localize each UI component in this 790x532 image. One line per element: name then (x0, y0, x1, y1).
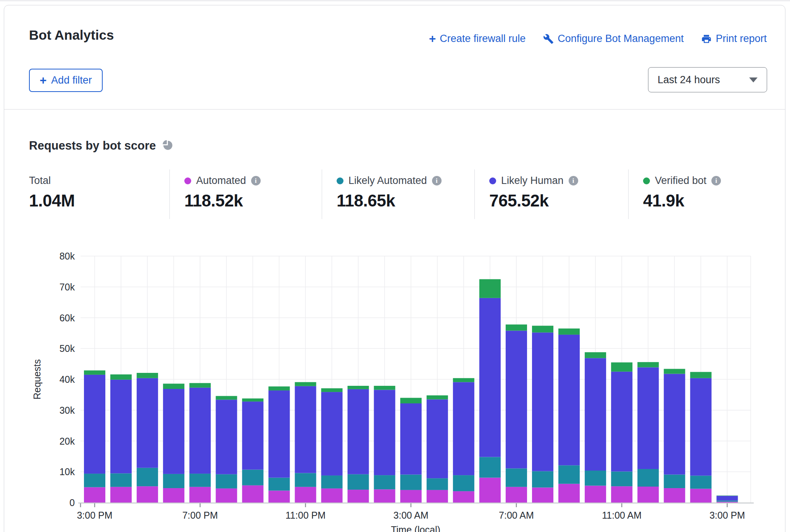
bar-segment-verified-bot[interactable] (453, 378, 474, 382)
bar-segment-likely-automated[interactable] (427, 478, 448, 490)
info-icon[interactable]: i (569, 176, 578, 185)
bar-segment-verified-bot[interactable] (637, 362, 659, 368)
bar-segment-likely-human[interactable] (321, 392, 343, 476)
bar-segment-verified-bot[interactable] (84, 371, 105, 375)
bar-segment-likely-human[interactable] (664, 374, 685, 474)
bar-segment-likely-human[interactable] (585, 358, 606, 471)
bar-segment-likely-human[interactable] (558, 335, 580, 465)
bar-segment-likely-automated[interactable] (242, 470, 263, 485)
bar-segment-automated[interactable] (690, 489, 711, 503)
bar-segment-automated[interactable] (479, 478, 501, 503)
bar-segment-likely-human[interactable] (189, 388, 211, 474)
bar-segment-likely-automated[interactable] (189, 474, 211, 487)
bar-segment-likely-automated[interactable] (400, 475, 422, 490)
bar-segment-likely-automated[interactable] (558, 465, 580, 484)
bar-segment-likely-automated[interactable] (348, 474, 369, 490)
bar-segment-automated[interactable] (242, 485, 263, 503)
bar-segment-verified-bot[interactable] (242, 398, 263, 401)
configure-bot-management-link[interactable]: Configure Bot Management (543, 33, 684, 45)
bar-segment-likely-human[interactable] (110, 380, 132, 473)
bar-segment-likely-automated[interactable] (321, 476, 343, 488)
bar-segment-likely-human[interactable] (400, 403, 422, 475)
bar-segment-automated[interactable] (664, 488, 685, 503)
bar-segment-automated[interactable] (400, 490, 422, 503)
bar-segment-likely-automated[interactable] (532, 471, 553, 488)
bar-segment-verified-bot[interactable] (321, 388, 343, 392)
bar-segment-likely-automated[interactable] (374, 475, 395, 489)
info-icon[interactable]: i (432, 176, 442, 185)
bar-segment-automated[interactable] (189, 487, 211, 503)
bar-segment-automated[interactable] (506, 487, 527, 503)
bar-segment-likely-human[interactable] (374, 390, 395, 475)
bar-segment-verified-bot[interactable] (348, 386, 369, 389)
bar-segment-verified-bot[interactable] (427, 395, 448, 399)
bar-segment-automated[interactable] (427, 490, 448, 503)
bar-segment-likely-human[interactable] (427, 399, 448, 478)
bar-segment-automated[interactable] (348, 490, 369, 503)
bar-segment-verified-bot[interactable] (479, 279, 501, 298)
bar-segment-automated[interactable] (532, 487, 553, 503)
bar-segment-likely-automated[interactable] (216, 474, 237, 488)
bar-segment-likely-automated[interactable] (611, 471, 632, 486)
bar-segment-verified-bot[interactable] (532, 326, 553, 332)
info-icon[interactable]: i (711, 176, 721, 185)
bar-segment-likely-human[interactable] (216, 400, 237, 474)
bar-segment-likely-human[interactable] (611, 372, 632, 472)
bar-segment-automated[interactable] (321, 488, 343, 503)
bar-segment-likely-automated[interactable] (716, 500, 738, 501)
time-range-select[interactable]: Last 24 hours (648, 67, 767, 92)
print-report-link[interactable]: Print report (701, 33, 767, 45)
bar-segment-verified-bot[interactable] (374, 386, 395, 390)
bar-segment-likely-human[interactable] (84, 375, 105, 474)
bar-segment-verified-bot[interactable] (400, 398, 422, 403)
bar-segment-verified-bot[interactable] (611, 363, 632, 372)
bar-segment-likely-automated[interactable] (295, 473, 316, 487)
bar-segment-likely-human[interactable] (453, 382, 474, 475)
bar-segment-verified-bot[interactable] (137, 373, 158, 378)
bar-segment-verified-bot[interactable] (268, 387, 290, 390)
bar-segment-likely-automated[interactable] (506, 468, 527, 487)
bar-segment-likely-human[interactable] (532, 332, 553, 471)
bar-segment-likely-human[interactable] (506, 330, 527, 468)
bar-segment-automated[interactable] (268, 491, 290, 503)
bar-segment-likely-human[interactable] (242, 401, 263, 469)
bar-segment-automated[interactable] (453, 491, 474, 503)
info-icon[interactable]: i (251, 176, 261, 185)
bar-segment-automated[interactable] (611, 486, 632, 503)
bar-segment-automated[interactable] (84, 487, 105, 503)
bar-segment-automated[interactable] (137, 486, 158, 503)
bar-segment-likely-automated[interactable] (110, 473, 132, 487)
bar-segment-verified-bot[interactable] (558, 329, 580, 335)
bar-segment-automated[interactable] (163, 488, 184, 503)
bar-segment-likely-human[interactable] (637, 368, 659, 469)
bar-segment-automated[interactable] (585, 486, 606, 503)
bar-segment-likely-human[interactable] (163, 389, 184, 474)
bar-segment-likely-human[interactable] (690, 378, 711, 476)
bar-segment-likely-automated[interactable] (453, 475, 474, 491)
bar-segment-likely-automated[interactable] (664, 475, 685, 488)
bar-segment-verified-bot[interactable] (216, 396, 237, 400)
bar-segment-verified-bot[interactable] (664, 369, 685, 374)
bar-segment-verified-bot[interactable] (189, 383, 211, 388)
bar-segment-verified-bot[interactable] (585, 352, 606, 358)
bar-segment-likely-human[interactable] (268, 390, 290, 478)
bar-segment-likely-human[interactable] (348, 389, 369, 474)
bar-segment-verified-bot[interactable] (716, 495, 738, 496)
bar-segment-likely-human[interactable] (295, 386, 316, 473)
bar-segment-automated[interactable] (110, 487, 132, 503)
bar-segment-likely-automated[interactable] (479, 457, 501, 477)
bar-segment-automated[interactable] (216, 488, 237, 503)
bar-segment-automated[interactable] (295, 487, 316, 503)
bar-segment-likely-human[interactable] (137, 378, 158, 468)
bar-segment-automated[interactable] (637, 487, 659, 503)
bar-segment-likely-human[interactable] (716, 496, 738, 500)
bar-segment-likely-automated[interactable] (585, 471, 606, 486)
bar-segment-verified-bot[interactable] (110, 374, 132, 380)
bar-segment-automated[interactable] (374, 489, 395, 503)
bar-segment-likely-automated[interactable] (690, 476, 711, 488)
bar-segment-likely-automated[interactable] (637, 469, 659, 487)
bar-segment-likely-human[interactable] (479, 298, 501, 457)
bar-segment-verified-bot[interactable] (295, 382, 316, 386)
bar-segment-likely-automated[interactable] (84, 474, 105, 487)
bar-segment-automated[interactable] (558, 484, 580, 503)
